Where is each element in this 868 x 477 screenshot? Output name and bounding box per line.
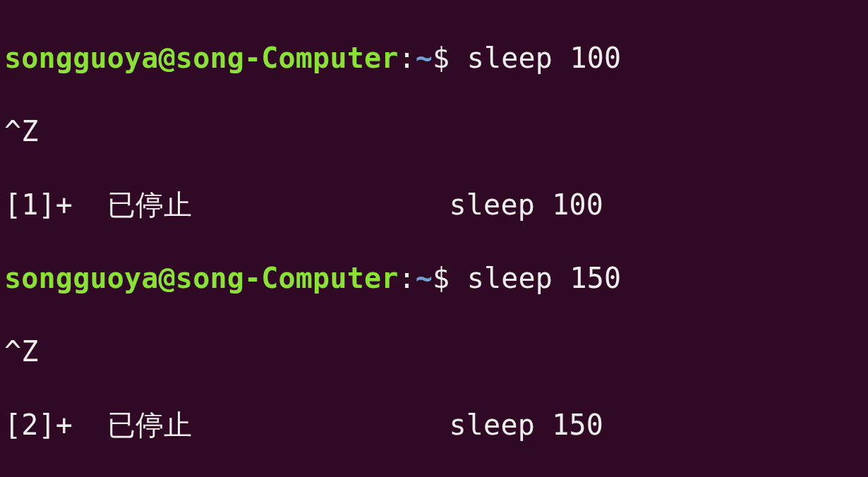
typed-command: sleep 150 <box>467 262 622 294</box>
command-line-2: songguoya@song-Computer:~$ sleep 150 <box>4 260 864 296</box>
prompt-dollar: $ <box>433 42 467 74</box>
prompt-at: @ <box>159 42 176 74</box>
job-command: sleep 150 <box>450 409 604 441</box>
job-stopped-line: [2]+ 已停止 sleep 150 <box>4 406 864 443</box>
job-id-prefix: [2]+ <box>4 409 107 441</box>
prompt-at: @ <box>159 262 176 294</box>
job-pad <box>192 188 449 221</box>
prompt-user: songguoya <box>4 42 159 74</box>
job-stopped-line: [1]+ 已停止 sleep 100 <box>4 186 864 223</box>
prompt-dollar: $ <box>433 262 467 294</box>
prompt-path: ~ <box>416 262 433 294</box>
job-status: 已停止 <box>107 188 193 221</box>
terminal[interactable]: songguoya@song-Computer:~$ sleep 100 ^Z … <box>0 0 868 477</box>
prompt-colon: : <box>399 42 416 74</box>
ctrl-z-line: ^Z <box>4 333 864 370</box>
job-command: sleep 100 <box>450 188 604 221</box>
job-status: 已停止 <box>107 409 193 441</box>
prompt-host: song-Computer <box>176 262 399 294</box>
ctrl-z-output: ^Z <box>4 115 39 147</box>
ctrl-z-output: ^Z <box>4 335 39 368</box>
typed-command: sleep 100 <box>467 42 622 74</box>
job-id-prefix: [1]+ <box>4 188 107 221</box>
ctrl-z-line: ^Z <box>4 113 864 150</box>
prompt-path: ~ <box>416 42 433 74</box>
prompt-user: songguoya <box>4 262 159 294</box>
job-pad <box>192 409 449 441</box>
prompt-colon: : <box>399 262 416 294</box>
command-line-1: songguoya@song-Computer:~$ sleep 100 <box>4 40 864 76</box>
prompt-host: song-Computer <box>176 42 399 74</box>
